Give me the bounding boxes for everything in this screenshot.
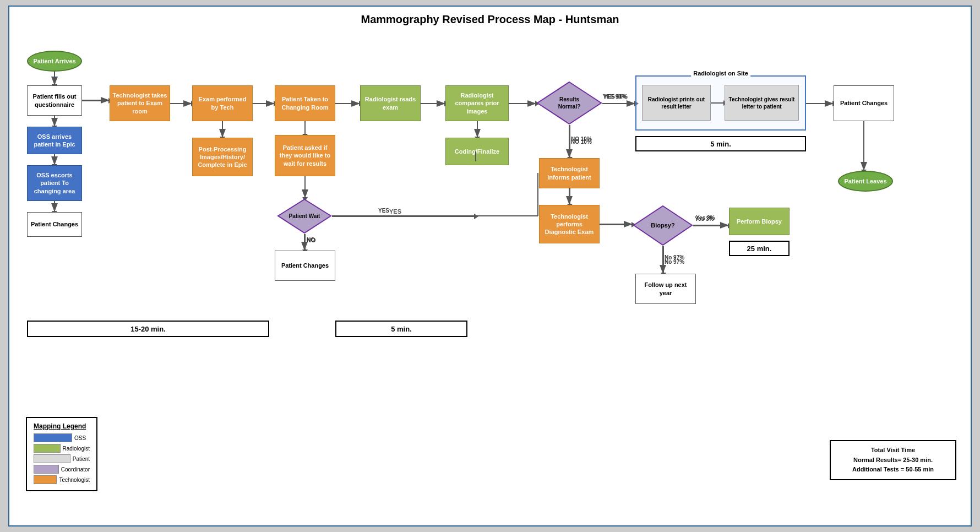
legend: Mapping Legend OSS Radiologist Patient C…: [26, 417, 97, 491]
svg-marker-2: [537, 82, 601, 124]
legend-label-oss: OSS: [74, 435, 86, 441]
arrow9: [477, 121, 478, 138]
legend-item-coordinator: Coordinator: [34, 465, 90, 474]
legend-label-patient: Patient: [73, 456, 90, 462]
patient-arrives-node: Patient Arrives: [27, 51, 82, 72]
arrow-h1: [82, 100, 110, 101]
total-time-additional: Additional Tests = 50-55 min: [837, 465, 949, 475]
arrow10: [863, 121, 864, 171]
perform-biopsy-node: Perform Biopsy: [729, 208, 790, 235]
patient-wait-diamond: Patient Wait: [277, 198, 332, 234]
legend-item-oss: OSS: [34, 433, 90, 442]
arrow-h4: [335, 103, 360, 104]
arrow2: [54, 116, 55, 127]
legend-color-patient: [34, 454, 70, 463]
arrow3: [54, 154, 55, 165]
no-97-biopsy-label: No 97%: [665, 254, 684, 260]
yes-label-wait: YES: [378, 208, 389, 214]
legend-color-coordinator: [34, 465, 59, 474]
main-container: Mammography Revised Process Map - Huntsm…: [8, 6, 972, 526]
time-25min-box: 25 min.: [729, 241, 790, 256]
svg-text:Results: Results: [559, 96, 580, 102]
arrow-yes-biopsy: [693, 225, 729, 226]
arrow8: [304, 234, 306, 251]
arrow4: [54, 201, 55, 212]
svg-text:Normal?: Normal?: [558, 104, 581, 110]
legend-item-patient: Patient: [34, 454, 90, 463]
total-time-normal: Normal Results= 25-30 min.: [837, 455, 949, 465]
arrow-h6: [509, 103, 536, 104]
legend-color-technologist: [34, 475, 57, 484]
yes-90-result-label: YES 90%: [604, 94, 628, 100]
arrow1: [54, 72, 55, 85]
arrow-h9: [600, 224, 633, 225]
time-5min-1-box: 5 min.: [635, 136, 806, 151]
legend-label-coordinator: Coordinator: [61, 466, 90, 473]
patient-changes-3-node: Patient Changes: [834, 85, 894, 121]
rad-prints-node: Radiologist prints out result letter: [642, 85, 711, 121]
radiologist-reads-node: Radiologist reads exam: [360, 85, 421, 121]
svg-text:Biopsy?: Biopsy?: [651, 222, 675, 229]
tech-takes-node: Technologist takes patient to Exam room: [110, 85, 170, 121]
patient-leaves-node: Patient Leaves: [838, 171, 893, 192]
arrow7: [304, 176, 306, 198]
legend-color-radiologist: [34, 444, 61, 453]
yes-wait-label: YES: [389, 208, 401, 215]
legend-item-technologist: Technologist: [34, 475, 90, 484]
patient-changes-2-node: Patient Changes: [275, 251, 335, 281]
coding-finalize-node: Coding/Finalize: [445, 138, 509, 165]
tech-gives-node: Technologist gives result letter to pati…: [725, 85, 799, 121]
time-5min-2-box: 5 min.: [335, 321, 467, 337]
results-normal-diamond: Results Normal?: [536, 81, 602, 125]
time-15-20-box: 15-20 min.: [27, 321, 269, 337]
follow-up-node: Follow up next year: [635, 274, 696, 304]
diagram: Patient Arrives Patient fills out questi…: [15, 34, 967, 508]
no-wait-label: NO: [307, 237, 316, 243]
arrow-h8: [806, 103, 834, 104]
legend-title: Mapping Legend: [34, 422, 90, 430]
patient-fills-node: Patient fills out questionnaire: [27, 85, 82, 116]
total-time-title: Total Visit Time: [837, 446, 949, 455]
patient-asked-node: Patient asked if they would like to wait…: [275, 135, 335, 176]
total-time-box: Total Visit Time Normal Results= 25-30 m…: [830, 440, 956, 480]
legend-label-radiologist: Radiologist: [63, 446, 90, 452]
tech-performs-node: Technologist performs Diagnostic Exam: [539, 205, 600, 243]
legend-label-technologist: Technologist: [59, 477, 90, 483]
arrow-yes-wait: [332, 216, 475, 217]
oss-escorts-node: OSS escorts patient To changing area: [27, 165, 82, 201]
no-10-result-label: NO 10%: [571, 136, 592, 142]
yes-3-biopsy-label: Yes 3%: [696, 215, 715, 221]
patient-changes-1-node: Patient Changes: [27, 212, 82, 237]
page-title: Mammography Revised Process Map - Huntsm…: [9, 7, 971, 30]
exam-performed-node: Exam performed by Tech: [192, 85, 253, 121]
radiologist-site-group: Radiologist on Site Radiologist prints o…: [635, 75, 806, 131]
oss-arrives-node: OSS arrives patient in Epic: [27, 127, 82, 154]
arrow5: [222, 121, 223, 138]
arrow-no-normal: [569, 125, 570, 158]
radiologist-site-title: Radiologist on Site: [691, 70, 750, 77]
arrow-no-biopsy: [663, 246, 664, 274]
radiologist-compares-node: Radiologist compares prior images: [445, 85, 509, 121]
legend-color-oss: [34, 433, 72, 442]
svg-text:Patient Wait: Patient Wait: [289, 213, 321, 219]
legend-item-radiologist: Radiologist: [34, 444, 90, 453]
tech-informs-node: Technologist informs patient: [539, 158, 600, 188]
arrow-conn-1: [475, 151, 476, 161]
arrow6: [304, 121, 306, 135]
patient-taken-node: Patient Taken to Changing Room: [275, 85, 335, 121]
arrow-h2: [170, 103, 192, 104]
arrow-h3: [253, 103, 275, 104]
biopsy-diamond: Biopsy?: [633, 205, 693, 246]
arrow11: [569, 188, 570, 205]
arrow-yes-normal: [602, 103, 635, 104]
arrow-h7: [711, 102, 725, 104]
post-processing-node: Post-Processing Images/History/ Complete…: [192, 138, 253, 176]
arrow-h5: [421, 103, 445, 104]
